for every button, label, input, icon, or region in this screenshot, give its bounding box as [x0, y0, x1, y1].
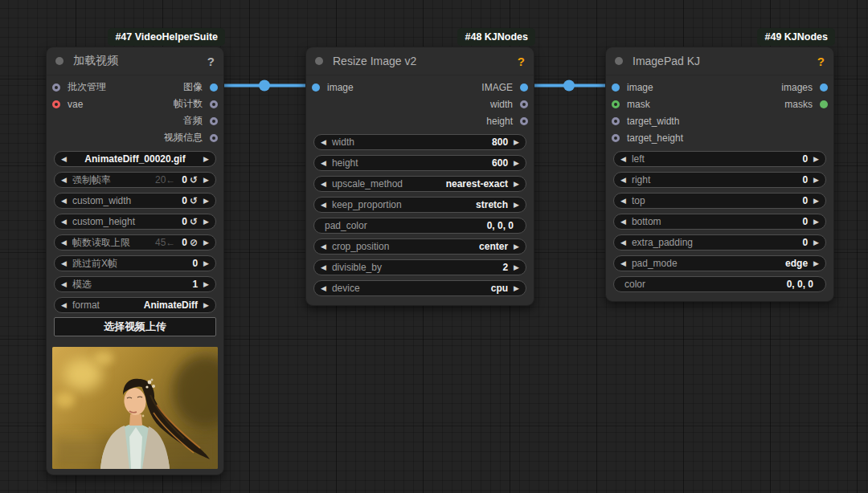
- node-load-video[interactable]: #47 VideoHelperSuite 加载视频 ? 批次管理 图像 vae …: [46, 47, 224, 475]
- reset-icon[interactable]: ↺: [190, 174, 198, 185]
- prev-arrow-icon[interactable]: ◀: [321, 285, 326, 292]
- next-arrow-icon[interactable]: ▶: [203, 177, 209, 184]
- prev-arrow-icon[interactable]: ◀: [321, 202, 326, 209]
- input-slot-target-width[interactable]: [612, 117, 620, 125]
- next-arrow-icon[interactable]: ▶: [813, 218, 819, 226]
- next-arrow-icon[interactable]: ▶: [514, 285, 519, 292]
- prev-arrow-icon[interactable]: ◀: [61, 156, 67, 163]
- prev-arrow-icon[interactable]: ◀: [61, 177, 67, 184]
- next-arrow-icon[interactable]: ▶: [203, 156, 209, 163]
- prev-arrow-icon[interactable]: ◀: [61, 218, 67, 226]
- widget-format[interactable]: ◀ format AnimateDiff ▶: [54, 297, 216, 313]
- reset-icon[interactable]: ↺: [190, 216, 198, 227]
- widget-width[interactable]: ◀ width 800 ▶: [313, 134, 526, 150]
- prev-arrow-icon[interactable]: ◀: [321, 264, 326, 271]
- link-midpoint-dot[interactable]: [563, 80, 575, 92]
- widget-pad-mode[interactable]: ◀ pad_mode edge ▶: [613, 255, 826, 271]
- output-slot-frame-count[interactable]: [210, 100, 218, 108]
- reset-icon[interactable]: ↺: [190, 195, 198, 206]
- next-arrow-icon[interactable]: ▶: [203, 302, 209, 309]
- next-arrow-icon[interactable]: ▶: [514, 181, 519, 188]
- widget-height[interactable]: ◀ height 600 ▶: [313, 155, 526, 171]
- next-arrow-icon[interactable]: ▶: [203, 198, 209, 205]
- input-slot-batch-manager[interactable]: [52, 84, 60, 92]
- output-slot-audio[interactable]: [210, 117, 218, 125]
- help-icon[interactable]: ?: [817, 55, 825, 68]
- link-midpoint-dot[interactable]: [259, 80, 270, 92]
- widget-select-every-nth[interactable]: ◀ 模选 1 ▶: [54, 276, 216, 292]
- prev-arrow-icon[interactable]: ◀: [321, 160, 326, 167]
- input-slot-vae[interactable]: [52, 100, 60, 108]
- next-arrow-icon[interactable]: ▶: [514, 243, 519, 251]
- next-arrow-icon[interactable]: ▶: [514, 202, 519, 209]
- node-graph-canvas[interactable]: { "colors": { "link": "#56a9e8", "slot_i…: [0, 0, 868, 493]
- next-arrow-icon[interactable]: ▶: [203, 239, 209, 246]
- next-arrow-icon[interactable]: ▶: [813, 177, 819, 184]
- input-slot-target-height[interactable]: [612, 134, 620, 142]
- output-slot-masks[interactable]: [820, 100, 828, 108]
- next-arrow-icon[interactable]: ▶: [203, 218, 209, 226]
- prev-arrow-icon[interactable]: ◀: [620, 156, 626, 163]
- widget-skip-first-frames[interactable]: ◀ 跳过前X帧 0 ▶: [54, 255, 216, 271]
- prev-arrow-icon[interactable]: ◀: [61, 239, 67, 246]
- input-slot-mask[interactable]: [612, 100, 620, 108]
- prev-arrow-icon[interactable]: ◀: [620, 198, 626, 205]
- collapse-dot-icon[interactable]: [55, 57, 63, 65]
- widget-upscale-method[interactable]: ◀ upscale_method nearest-exact ▶: [313, 176, 526, 192]
- widget-left[interactable]: ◀ left 0 ▶: [613, 151, 826, 167]
- widget-custom-width[interactable]: ◀ custom_width 0 ↺ ▶: [54, 193, 216, 209]
- collapse-dot-icon[interactable]: [615, 57, 623, 65]
- disabled-icon[interactable]: ⊘: [190, 237, 198, 248]
- widget-custom-height[interactable]: ◀ custom_height 0 ↺ ▶: [54, 214, 216, 230]
- node-imagepad-kj[interactable]: #49 KJNodes ImagePad KJ ? image images m…: [605, 47, 834, 302]
- next-arrow-icon[interactable]: ▶: [813, 156, 819, 163]
- widget-device[interactable]: ◀ device cpu ▶: [313, 280, 526, 296]
- prev-arrow-icon[interactable]: ◀: [620, 260, 626, 267]
- prev-arrow-icon[interactable]: ◀: [321, 181, 326, 188]
- next-arrow-icon[interactable]: ▶: [813, 260, 819, 267]
- widget-value: 0, 0, 0: [487, 220, 514, 231]
- prev-arrow-icon[interactable]: ◀: [61, 260, 67, 267]
- widget-pad-color[interactable]: pad_color 0, 0, 0: [313, 218, 526, 234]
- widget-force-rate[interactable]: ◀ 强制帧率 20← 0 ↺ ▶: [54, 172, 216, 188]
- widget-right[interactable]: ◀ right 0 ▶: [613, 172, 826, 188]
- next-arrow-icon[interactable]: ▶: [203, 281, 209, 288]
- collapse-dot-icon[interactable]: [315, 57, 323, 65]
- output-slot-images[interactable]: [820, 84, 828, 92]
- widget-video-file[interactable]: ◀ AnimateDiff_00020.gif ▶: [54, 151, 216, 167]
- prev-arrow-icon[interactable]: ◀: [620, 177, 626, 184]
- widget-top[interactable]: ◀ top 0 ▶: [613, 193, 826, 209]
- choose-video-upload-button[interactable]: 选择视频上传: [54, 317, 216, 336]
- widget-extra-padding[interactable]: ◀ extra_padding 0 ▶: [613, 234, 826, 251]
- prev-arrow-icon[interactable]: ◀: [620, 218, 626, 226]
- prev-arrow-icon[interactable]: ◀: [61, 281, 67, 288]
- next-arrow-icon[interactable]: ▶: [514, 139, 519, 146]
- help-icon[interactable]: ?: [207, 55, 215, 68]
- widget-bottom[interactable]: ◀ bottom 0 ▶: [613, 214, 826, 230]
- next-arrow-icon[interactable]: ▶: [813, 198, 819, 205]
- prev-arrow-icon[interactable]: ◀: [61, 198, 67, 205]
- input-slot-image[interactable]: [312, 84, 320, 92]
- next-arrow-icon[interactable]: ▶: [203, 260, 209, 267]
- help-icon[interactable]: ?: [518, 55, 525, 68]
- prev-arrow-icon[interactable]: ◀: [61, 302, 67, 309]
- prev-arrow-icon[interactable]: ◀: [620, 239, 626, 246]
- node-resize-image-v2[interactable]: #48 KJNodes Resize Image v2 ? image IMAG…: [305, 47, 534, 306]
- output-slot-image[interactable]: [210, 84, 218, 92]
- widget-crop-position[interactable]: ◀ crop_position center ▶: [313, 238, 526, 255]
- next-arrow-icon[interactable]: ▶: [813, 239, 819, 246]
- widget-color[interactable]: color 0, 0, 0: [613, 276, 826, 292]
- output-slot-video-info[interactable]: [210, 134, 218, 142]
- output-slot-height[interactable]: [520, 117, 528, 125]
- node-title-bar: 加载视频 ?: [47, 47, 223, 75]
- input-slot-image[interactable]: [612, 84, 620, 92]
- prev-arrow-icon[interactable]: ◀: [321, 243, 326, 251]
- widget-divisible-by[interactable]: ◀ divisible_by 2 ▶: [313, 259, 526, 275]
- output-slot-width[interactable]: [520, 100, 528, 108]
- next-arrow-icon[interactable]: ▶: [514, 264, 519, 271]
- output-slot-image[interactable]: [520, 84, 528, 92]
- prev-arrow-icon[interactable]: ◀: [321, 139, 326, 146]
- widget-frame-load-cap[interactable]: ◀ 帧数读取上限 45← 0 ⊘ ▶: [54, 234, 216, 251]
- widget-keep-proportion[interactable]: ◀ keep_proportion stretch ▶: [313, 197, 526, 213]
- next-arrow-icon[interactable]: ▶: [514, 160, 519, 167]
